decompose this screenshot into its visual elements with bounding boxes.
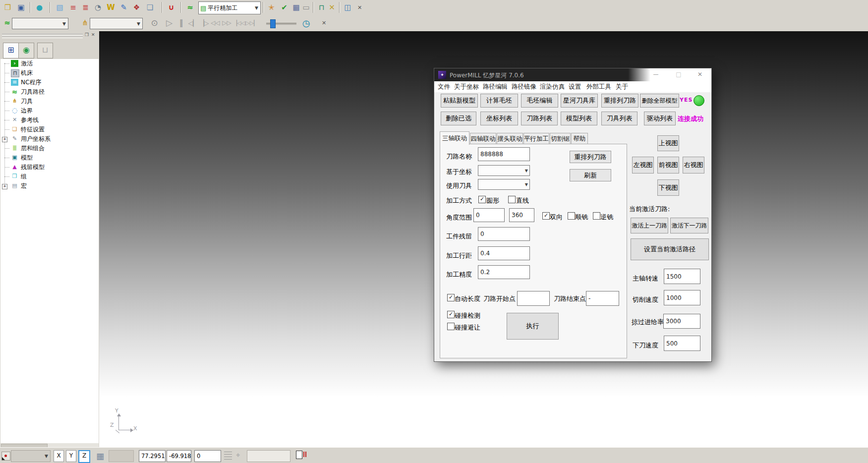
collision-avoid-checkbox[interactable]: [447, 323, 455, 330]
rearrange-button[interactable]: 重排列刀路: [570, 151, 611, 163]
coord-z-input[interactable]: [194, 450, 221, 462]
tree-item-levels-sets[interactable]: ≣层和组合: [0, 144, 99, 153]
tree-item-patterns[interactable]: ✕参考线: [0, 116, 99, 125]
probe-position-icon[interactable]: ⌖: [236, 451, 240, 460]
climb-checkbox[interactable]: [568, 212, 575, 220]
delete-all-models-button[interactable]: 删除全部模型: [640, 94, 679, 108]
open-file-icon[interactable]: ❒: [2, 2, 13, 13]
toolpath-icon[interactable]: ≈: [184, 2, 196, 13]
search-back-icon[interactable]: ◁◁: [210, 17, 221, 29]
close-toolbar-icon[interactable]: ✕: [318, 17, 330, 29]
close-panel-icon[interactable]: ✕: [91, 32, 95, 37]
menu-about[interactable]: 关于: [616, 83, 628, 91]
page-icon[interactable]: [296, 451, 302, 459]
active-toolpath-combo[interactable]: ▤ 平行精加工 ▼: [198, 1, 261, 14]
menu-render-sim[interactable]: 渲染仿真: [540, 83, 565, 91]
sim-tool-select[interactable]: ▼: [90, 18, 143, 29]
paste-model-button[interactable]: 粘贴新模型: [441, 94, 478, 108]
rapid-heights-icon[interactable]: ≡: [67, 2, 79, 13]
circle-checkbox[interactable]: ✓: [478, 196, 486, 203]
world-tab[interactable]: ◉: [18, 43, 34, 58]
recycle-tab[interactable]: ⊔: [37, 43, 53, 58]
workplane-combo[interactable]: ▼: [11, 450, 51, 462]
dialog-titlebar[interactable]: ✦ PowerMILL 忆梦星河 7.0.6 — □ ✕: [434, 68, 711, 82]
skim-feed-input[interactable]: [663, 314, 700, 329]
view-top-button[interactable]: 上视图: [657, 135, 679, 151]
tree-item-active[interactable]: ›激活: [0, 59, 99, 68]
activate-prev-button[interactable]: 激活上一刀路: [631, 218, 668, 233]
menu-coords[interactable]: 关于坐标: [454, 83, 479, 91]
compare-icon[interactable]: ◫: [342, 2, 353, 13]
tree-item-machine[interactable]: ⊓机床: [0, 68, 99, 78]
angle-from-input[interactable]: [473, 208, 505, 222]
tab-3axis[interactable]: 三轴联动: [440, 131, 469, 145]
ruler-icon[interactable]: ▭: [300, 2, 312, 13]
refresh-button[interactable]: 刷新: [570, 169, 611, 181]
axis-y-button[interactable]: Y: [66, 450, 76, 462]
toolpath-name-input[interactable]: [478, 147, 530, 161]
tree-item-groups[interactable]: ❒组: [0, 172, 99, 181]
save-icon[interactable]: ▣: [15, 2, 27, 13]
tree-item-toolpaths[interactable]: ≈刀具路径: [0, 87, 99, 97]
clamp-icon[interactable]: ⊓: [316, 2, 327, 13]
set-active-path-button[interactable]: 设置当前激活路径: [631, 238, 709, 260]
line-checkbox[interactable]: [508, 196, 516, 203]
activate-next-button[interactable]: 激活下一刀路: [670, 218, 708, 233]
block-icon[interactable]: ▧: [54, 2, 65, 13]
start-point-icon[interactable]: ≣: [80, 2, 91, 13]
pattern-icon[interactable]: ✎: [118, 2, 129, 13]
go-to-end-icon[interactable]: ▷▷▏: [245, 17, 259, 29]
view-left-button[interactable]: 左视图: [632, 157, 654, 174]
stock-remain-input[interactable]: [478, 227, 530, 241]
tool-list-button[interactable]: 刀具列表: [601, 112, 637, 125]
tool-library-button[interactable]: 星河刀具库: [561, 94, 598, 108]
coord-list-icon[interactable]: [224, 452, 232, 460]
bidirectional-checkbox[interactable]: ✓: [542, 212, 550, 220]
step-back-icon[interactable]: ◁▏: [187, 17, 199, 29]
calc-block-button[interactable]: 计算毛坯: [480, 94, 518, 108]
angle-to-input[interactable]: [509, 208, 534, 222]
close-toolbar-icon[interactable]: ✕: [354, 2, 365, 13]
leads-links-icon[interactable]: W: [105, 2, 116, 13]
light-icon[interactable]: ⊙: [149, 17, 160, 29]
pause-icon[interactable]: ‖: [175, 17, 187, 29]
explode-icon[interactable]: ✕: [326, 2, 338, 13]
use-tool-select[interactable]: ▼: [478, 179, 530, 190]
search-forward-icon[interactable]: ▷▷: [221, 17, 232, 29]
edit-model-icon[interactable]: ❏: [144, 2, 156, 13]
stepover-input[interactable]: [478, 246, 530, 260]
view-front-button[interactable]: 前视图: [657, 157, 679, 174]
simulate-icon[interactable]: ✭: [266, 2, 277, 13]
sim-toolpath-select[interactable]: ▼: [12, 18, 68, 29]
tolerance-input[interactable]: [478, 265, 530, 279]
speed-slider-handle[interactable]: [270, 19, 276, 28]
conventional-checkbox[interactable]: [593, 212, 600, 220]
delete-selected-button[interactable]: 删除已选: [441, 112, 476, 125]
view-right-button[interactable]: 右视图: [683, 157, 704, 174]
cutting-feed-input[interactable]: [664, 290, 700, 305]
menu-external-tools[interactable]: 外部工具: [586, 83, 611, 91]
block-edit-button[interactable]: 毛坯编辑: [521, 94, 558, 108]
minimize-button[interactable]: —: [651, 71, 660, 77]
model-list-button[interactable]: 模型列表: [561, 112, 597, 125]
step-forward-icon[interactable]: ▕▷: [198, 17, 210, 29]
execute-button[interactable]: 执行: [507, 313, 559, 340]
tree-item-nc-programs[interactable]: ≡NC程序: [0, 78, 99, 87]
expand-icon[interactable]: +: [2, 137, 7, 142]
menu-path-edit[interactable]: 路径编辑: [483, 83, 508, 91]
tree-item-macros[interactable]: +▤宏: [0, 181, 99, 191]
spindle-speed-input[interactable]: [664, 269, 700, 284]
coord-x-input[interactable]: [139, 450, 166, 462]
tree-item-stock-models[interactable]: ▲残留模型: [0, 163, 99, 172]
plunge-feed-input[interactable]: [664, 336, 700, 351]
float-panel-icon[interactable]: ❐: [85, 32, 89, 37]
based-coord-select[interactable]: ▼: [478, 165, 530, 176]
auto-length-checkbox[interactable]: ✓: [447, 294, 455, 301]
points-icon[interactable]: ❖: [131, 2, 142, 13]
verify-icon[interactable]: ✔: [279, 2, 290, 13]
coord-list-button[interactable]: 坐标列表: [480, 112, 518, 125]
viewmill-icon[interactable]: ●: [34, 2, 45, 13]
play-icon[interactable]: ▷: [164, 17, 175, 29]
axis-z-button[interactable]: Z: [78, 450, 90, 463]
tool-icon[interactable]: ◔: [92, 2, 104, 13]
